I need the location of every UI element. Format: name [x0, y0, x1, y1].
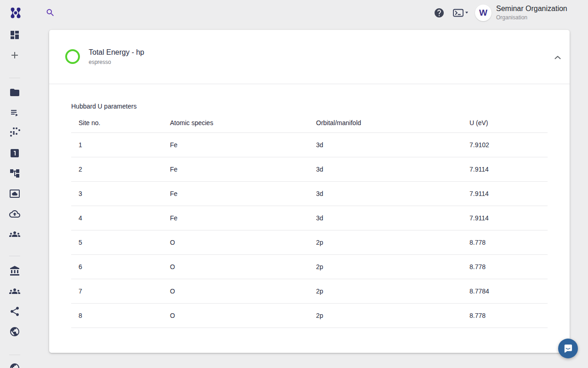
help-icon	[434, 7, 445, 18]
sidebar-item-members[interactable]	[9, 286, 20, 297]
table-cell: Fe	[163, 214, 309, 222]
table-cell: 8.7784	[462, 288, 548, 295]
table-cell: O	[163, 312, 309, 319]
sidebar-item-organizations[interactable]	[9, 265, 20, 276]
sidebar-item-cloud-jobs[interactable]	[9, 188, 20, 199]
dashboard-icon	[9, 29, 20, 40]
globe-icon	[9, 326, 20, 337]
organization-menu[interactable]: Seminar Organization Organisation	[496, 4, 567, 21]
card-header-divider	[49, 84, 570, 84]
table-row: 6O2p8.778	[71, 255, 548, 279]
grain-icon	[9, 127, 20, 138]
search-button[interactable]	[45, 8, 57, 19]
share-icon	[9, 306, 20, 317]
table-cell: 3d	[309, 141, 462, 149]
sidebar-item-dashboard[interactable]	[9, 29, 20, 40]
sidebar-item-folder[interactable]	[9, 87, 20, 98]
terminal-icon	[453, 8, 470, 17]
sidebar-item-structures[interactable]	[9, 127, 20, 138]
table-cell: 2p	[309, 239, 462, 246]
table-cell: O	[163, 263, 309, 270]
sidebar-item-workflows[interactable]	[9, 168, 20, 179]
section-title: Hubbard U parameters	[71, 103, 136, 110]
table-cell: O	[163, 288, 309, 295]
app-logo[interactable]	[8, 5, 23, 21]
bank-icon	[9, 265, 20, 276]
column-header: U (eV)	[462, 119, 548, 126]
brand-logo-icon	[8, 5, 23, 21]
table-cell: 8.778	[462, 312, 548, 319]
table-cell: 8.778	[462, 263, 548, 270]
people-icon	[9, 286, 20, 297]
table-cell: O	[163, 239, 309, 246]
table-cell: 7	[71, 288, 163, 295]
table-cell: 7.9102	[462, 141, 548, 149]
sidebar-divider	[9, 78, 20, 78]
column-header: Atomic species	[163, 119, 309, 126]
table-cell: Fe	[163, 166, 309, 173]
table-cell: 2p	[309, 288, 462, 295]
globe-icon	[9, 362, 20, 368]
table-cell: 3d	[309, 214, 462, 222]
cloud-box-icon	[9, 188, 20, 199]
chat-launcher-button[interactable]	[558, 339, 578, 358]
table-cell: 7.9114	[462, 214, 548, 222]
table-cell: 8.778	[462, 239, 548, 246]
table-cell: 5	[71, 239, 163, 246]
column-header: Site no.	[71, 119, 163, 126]
looks-one-icon	[9, 148, 20, 159]
card-title: Total Energy - hp	[89, 47, 144, 58]
sidebar-divider	[9, 355, 20, 355]
cloud-upload-icon	[9, 208, 20, 219]
status-ring-icon	[65, 49, 80, 64]
table-row: 4Fe3d7.9114	[71, 206, 548, 230]
organization-name: Seminar Organization	[496, 4, 567, 13]
avatar[interactable]: W	[475, 5, 492, 21]
table-cell: 3d	[309, 166, 462, 173]
chevron-down-icon	[465, 12, 468, 14]
plus-icon	[9, 50, 20, 61]
sidebar-item-groups[interactable]	[9, 229, 20, 240]
hubbard-table: Site no. Atomic species Orbital/manifold…	[71, 113, 548, 328]
card-subtitle: espresso	[89, 58, 111, 66]
terminal-menu-button[interactable]	[453, 8, 470, 17]
topbar: W Seminar Organization Organisation	[0, 0, 588, 26]
sidebar	[0, 26, 29, 368]
card-header[interactable]: Total Energy - hp espresso	[49, 30, 570, 84]
account-tree-icon	[9, 168, 20, 179]
table-row: 8O2p8.778	[71, 304, 548, 328]
folder-icon	[9, 87, 20, 98]
sidebar-item-share[interactable]	[9, 306, 20, 317]
table-cell: 2p	[309, 263, 462, 270]
table-cell: 1	[71, 141, 163, 149]
sidebar-divider	[9, 256, 20, 256]
table-row: 5O2p8.778	[71, 230, 548, 255]
table-body: 1Fe3d7.91022Fe3d7.91143Fe3d7.91144Fe3d7.…	[71, 133, 548, 328]
table-cell: 3d	[309, 190, 462, 197]
table-cell: 2	[71, 166, 163, 173]
sidebar-item-upload[interactable]	[9, 208, 20, 219]
table-cell: 3	[71, 190, 163, 197]
table-cell: 8	[71, 312, 163, 319]
table-cell: 2p	[309, 312, 462, 319]
table-cell: 4	[71, 214, 163, 222]
sidebar-item-job-list[interactable]	[9, 107, 20, 118]
sidebar-item-calculations[interactable]	[9, 148, 20, 159]
table-row: 2Fe3d7.9114	[71, 157, 548, 182]
table-cell: Fe	[163, 141, 309, 149]
table-cell: 7.9114	[462, 190, 548, 197]
help-button[interactable]	[434, 7, 445, 18]
sidebar-item-public[interactable]	[9, 362, 20, 368]
sidebar-item-explore[interactable]	[9, 326, 20, 337]
table-row: 1Fe3d7.9102	[71, 133, 548, 157]
search-icon	[45, 8, 55, 17]
column-header: Orbital/manifold	[309, 119, 462, 126]
table-cell: Fe	[163, 190, 309, 197]
chevron-up-icon	[552, 52, 563, 63]
chat-bubble-icon	[563, 343, 573, 354]
table-cell: 7.9114	[462, 166, 548, 173]
groups-icon	[9, 229, 20, 240]
collapse-button[interactable]	[552, 52, 563, 63]
sidebar-item-add[interactable]	[9, 50, 20, 61]
table-cell: 6	[71, 263, 163, 270]
